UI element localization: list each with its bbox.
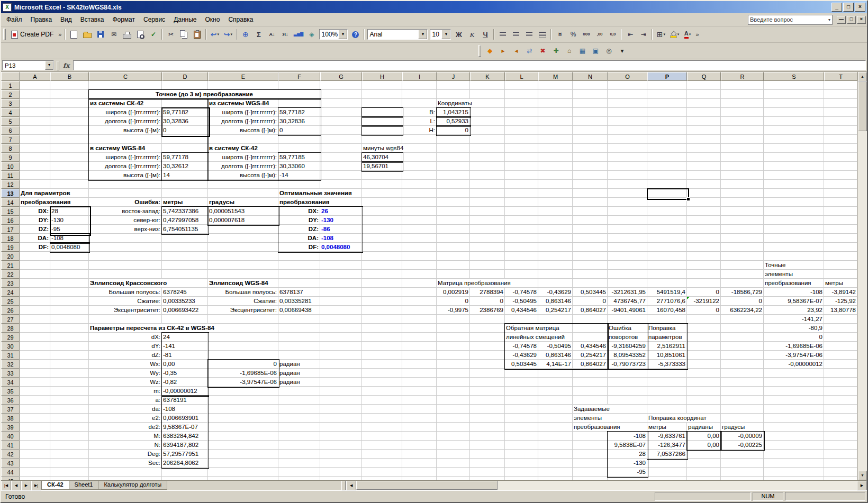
- cell-K6[interactable]: [470, 126, 505, 135]
- cell-L32[interactable]: 0,503445: [505, 360, 538, 369]
- cell-J15[interactable]: [437, 207, 470, 216]
- cell-A11[interactable]: [20, 171, 50, 180]
- cell-B22[interactable]: [50, 270, 89, 279]
- cell-T32[interactable]: [824, 360, 857, 369]
- cell-R23[interactable]: [721, 279, 764, 288]
- cell-L40[interactable]: [505, 432, 538, 441]
- font-color-button[interactable]: А▾: [681, 28, 694, 41]
- cell-K36[interactable]: [470, 396, 505, 405]
- cell-I7[interactable]: [402, 135, 437, 144]
- cell-J30[interactable]: [437, 342, 470, 351]
- cell-O34[interactable]: [608, 378, 647, 387]
- cell-I23[interactable]: [402, 279, 437, 288]
- cell-A36[interactable]: [20, 396, 50, 405]
- align-center-button[interactable]: [509, 28, 522, 41]
- cell-D17[interactable]: 6,754051135: [162, 225, 208, 234]
- column-header-M[interactable]: M: [538, 72, 573, 81]
- cell-R19[interactable]: [721, 243, 764, 252]
- cell-S28[interactable]: -80,9: [764, 324, 824, 333]
- cell-I32[interactable]: [402, 360, 437, 369]
- cell-T25[interactable]: -125,92: [824, 297, 857, 306]
- cell-L39[interactable]: [505, 423, 538, 432]
- cell-M36[interactable]: [538, 396, 573, 405]
- cell-C41[interactable]: N:: [89, 441, 162, 450]
- cell-P11[interactable]: [647, 171, 687, 180]
- cell-P16[interactable]: [647, 216, 687, 225]
- cell-L27[interactable]: [505, 315, 538, 324]
- cell-B17[interactable]: -95: [50, 225, 89, 234]
- cell-G35[interactable]: [320, 387, 362, 396]
- row-header-24[interactable]: 24: [1, 288, 20, 297]
- cell-J39[interactable]: [437, 423, 470, 432]
- cell-M31[interactable]: 0,863146: [538, 351, 573, 360]
- cell-T35[interactable]: [824, 387, 857, 396]
- font-combo-dropdown[interactable]: ▾: [418, 30, 427, 39]
- cell-R40[interactable]: -0,00009: [721, 432, 764, 441]
- row-header-18[interactable]: 18: [1, 234, 20, 243]
- cell-P14[interactable]: [647, 198, 687, 207]
- cell-T2[interactable]: [824, 90, 857, 99]
- cell-C25[interactable]: Сжатие:: [89, 297, 162, 306]
- cell-E32[interactable]: 0: [208, 360, 278, 369]
- cell-I13[interactable]: [402, 189, 437, 198]
- cell-O26[interactable]: -9401,49061: [608, 306, 647, 315]
- borders-button[interactable]: ⊞▾: [654, 28, 667, 41]
- row-header-21[interactable]: 21: [1, 261, 20, 270]
- cell-E20[interactable]: [208, 252, 278, 261]
- row-header-45[interactable]: 45: [1, 477, 20, 480]
- column-header-I[interactable]: I: [402, 72, 437, 81]
- zoom-combo-dropdown[interactable]: ▾: [338, 30, 347, 39]
- cell-J33[interactable]: [437, 369, 470, 378]
- cell-A33[interactable]: [20, 369, 50, 378]
- cell-H12[interactable]: [362, 180, 402, 189]
- cell-G2[interactable]: [320, 90, 362, 99]
- borders-button-dropdown[interactable]: ▾: [664, 32, 666, 36]
- toolbar-drag-handle[interactable]: [478, 45, 481, 57]
- cell-E10[interactable]: долгота ([-]ггг.гггггг):: [208, 162, 278, 171]
- cell-C16[interactable]: север-юг:: [89, 216, 162, 225]
- row-header-31[interactable]: 31: [1, 351, 20, 360]
- cell-F24[interactable]: 6378137: [278, 288, 320, 297]
- tab-nav-button-1[interactable]: ◀: [11, 481, 21, 490]
- cell-B16[interactable]: -130: [50, 216, 89, 225]
- cell-S27[interactable]: -141,27: [764, 315, 824, 324]
- cell-N45[interactable]: [573, 477, 608, 480]
- cell-S44[interactable]: [764, 468, 824, 477]
- cell-O20[interactable]: [608, 252, 647, 261]
- cell-J19[interactable]: [437, 243, 470, 252]
- cell-J17[interactable]: [437, 225, 470, 234]
- row-header-9[interactable]: 9: [1, 153, 20, 162]
- spelling-button[interactable]: ✓: [147, 28, 160, 41]
- minimize-button[interactable]: _: [831, 3, 842, 12]
- cell-F39[interactable]: [278, 423, 320, 432]
- cell-E1[interactable]: [208, 81, 278, 90]
- cell-N19[interactable]: [573, 243, 608, 252]
- cell-O43[interactable]: -130: [608, 459, 647, 468]
- cell-P24[interactable]: 5491519,4: [647, 288, 687, 297]
- cell-R25[interactable]: 0: [721, 297, 764, 306]
- cell-E9[interactable]: широта ([-]ггг.гггггг):: [208, 153, 278, 162]
- cell-Q44[interactable]: [687, 468, 721, 477]
- cell-J37[interactable]: [437, 405, 470, 414]
- cell-T29[interactable]: [824, 333, 857, 342]
- cell-Q13[interactable]: [687, 189, 721, 198]
- menu-item-6[interactable]: Данные: [169, 14, 201, 25]
- row-header-29[interactable]: 29: [1, 333, 20, 342]
- cell-P4[interactable]: [647, 108, 687, 117]
- row-header-13[interactable]: 13: [1, 189, 20, 198]
- undo-button-dropdown[interactable]: ▾: [218, 32, 220, 36]
- cell-M32[interactable]: 4,14E-17: [538, 360, 573, 369]
- cell-I20[interactable]: [402, 252, 437, 261]
- cell-F8[interactable]: [278, 144, 320, 153]
- column-header-D[interactable]: D: [162, 72, 208, 81]
- cell-O36[interactable]: [608, 396, 647, 405]
- cell-E13[interactable]: [208, 189, 278, 198]
- cell-C15[interactable]: восток-запад:: [89, 207, 162, 216]
- row-header-17[interactable]: 17: [1, 225, 20, 234]
- cell-R22[interactable]: [721, 270, 764, 279]
- cell-I14[interactable]: [402, 198, 437, 207]
- row-header-25[interactable]: 25: [1, 297, 20, 306]
- cell-F18[interactable]: DA:: [278, 234, 320, 243]
- cell-A13[interactable]: Для параметров: [20, 189, 89, 198]
- cell-I9[interactable]: [402, 153, 437, 162]
